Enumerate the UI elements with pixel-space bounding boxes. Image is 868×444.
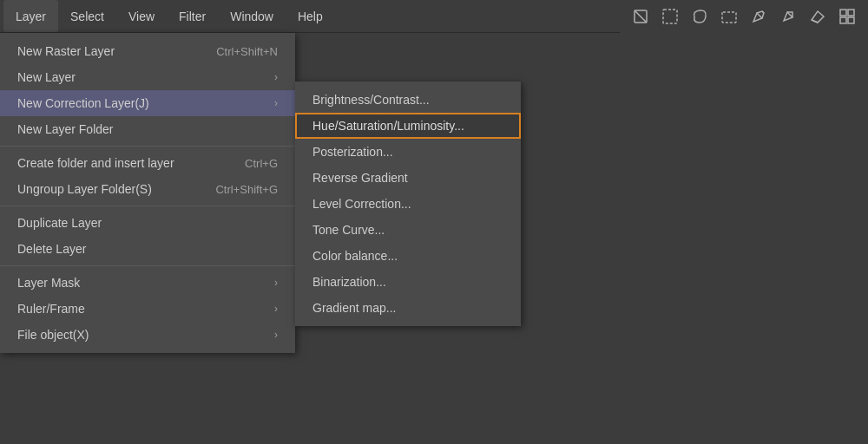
select-rect-icon[interactable] (658, 4, 682, 29)
submenu-arrow-new-layer: › (274, 71, 278, 83)
submenu-item-brightness-contrast[interactable]: Brightness/Contrast... (295, 87, 521, 113)
submenu-arrow-correction: › (274, 97, 278, 109)
svg-rect-10 (848, 17, 854, 23)
grid-icon[interactable] (835, 4, 859, 29)
submenu-arrow-mask: › (274, 277, 278, 289)
menu-item-duplicate-layer[interactable]: Duplicate Layer (0, 210, 295, 236)
pen-draw-icon[interactable] (746, 4, 771, 29)
menubar-item-view[interactable]: View (116, 0, 167, 32)
menu-item-new-correction-layer[interactable]: New Correction Layer(J) › (0, 90, 295, 116)
eraser-icon[interactable] (806, 4, 830, 29)
correction-submenu: Brightness/Contrast... Hue/Saturation/Lu… (295, 82, 521, 326)
svg-rect-4 (722, 12, 736, 23)
menubar-item-filter[interactable]: Filter (167, 0, 218, 32)
menu-item-ungroup-folder[interactable]: Ungroup Layer Folder(S) Ctrl+Shift+G (0, 176, 295, 202)
svg-rect-2 (663, 10, 677, 23)
menubar-item-help[interactable]: Help (286, 0, 335, 32)
submenu-item-gradient-map[interactable]: Gradient map... (295, 295, 521, 321)
menu-item-layer-mask[interactable]: Layer Mask › (0, 270, 295, 296)
separator-3 (0, 265, 295, 266)
submenu-arrow-ruler: › (274, 303, 278, 315)
menu-item-delete-layer[interactable]: Delete Layer (0, 236, 295, 262)
select-rect2-icon[interactable] (717, 4, 741, 29)
submenu-arrow-file: › (274, 329, 278, 341)
menu-item-new-raster-layer[interactable]: New Raster Layer Ctrl+Shift+N (0, 38, 295, 64)
menubar-item-select[interactable]: Select (58, 0, 116, 32)
menu-item-new-layer-folder[interactable]: New Layer Folder (0, 116, 295, 142)
svg-line-6 (812, 20, 818, 23)
submenu-item-tone-curve[interactable]: Tone Curve... (295, 217, 521, 243)
menubar-item-window[interactable]: Window (218, 0, 286, 32)
dropdown-container: New Raster Layer Ctrl+Shift+N New Layer … (0, 33, 521, 353)
submenu-item-binarization[interactable]: Binarization... (295, 269, 521, 295)
submenu-item-color-balance[interactable]: Color balance... (295, 243, 521, 269)
menu-item-create-folder[interactable]: Create folder and insert layer Ctrl+G (0, 150, 295, 176)
separator-2 (0, 206, 295, 206)
toolbar (620, 0, 868, 33)
submenu-item-reverse-gradient[interactable]: Reverse Gradient (295, 165, 521, 191)
primary-menu: New Raster Layer Ctrl+Shift+N New Layer … (0, 33, 295, 353)
menu-item-ruler-frame[interactable]: Ruler/Frame › (0, 296, 295, 322)
pen-icon[interactable] (776, 4, 800, 29)
submenu-item-level-correction[interactable]: Level Correction... (295, 191, 521, 217)
svg-rect-7 (840, 10, 846, 16)
menubar-item-layer[interactable]: Layer (3, 0, 58, 32)
move-icon[interactable] (628, 4, 653, 29)
menu-item-new-layer[interactable]: New Layer › (0, 64, 295, 90)
menu-item-file-object[interactable]: File object(X) › (0, 322, 295, 348)
submenu-item-hue-saturation[interactable]: Hue/Saturation/Luminosity... (295, 113, 521, 139)
separator-1 (0, 146, 295, 147)
svg-rect-8 (848, 10, 854, 16)
svg-rect-9 (840, 17, 846, 23)
svg-line-1 (635, 10, 647, 23)
submenu-item-posterization[interactable]: Posterization... (295, 139, 521, 165)
menubar: Layer Select View Filter Window Help (0, 0, 868, 33)
select-lasso-icon[interactable] (687, 4, 712, 29)
